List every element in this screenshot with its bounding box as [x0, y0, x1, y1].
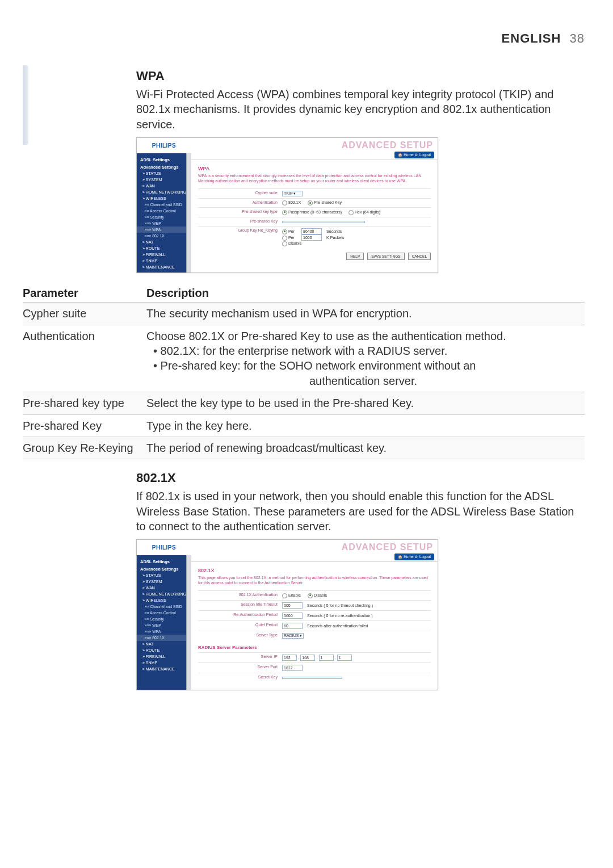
radio-auth-8021x[interactable]: 802.1X: [282, 200, 301, 206]
input-ip-2[interactable]: 168: [300, 655, 315, 661]
input-psk[interactable]: [282, 221, 365, 223]
ss-panel-8021x: 802.1X This page allows you to set the 8…: [191, 562, 438, 689]
ss-panel-desc: WPA is a security enhancement that stron…: [198, 174, 431, 184]
input-ip-4[interactable]: 1: [337, 655, 352, 661]
radio-auth-enable[interactable]: Enable: [282, 593, 301, 598]
nav-wan[interactable]: » WAN: [137, 183, 191, 189]
ss-top-links[interactable]: 🏠 Home ⭘ Logout: [394, 152, 434, 158]
nav-group-adsl[interactable]: ADSL Settings: [137, 557, 191, 565]
nav-status[interactable]: » STATUS: [137, 572, 191, 578]
nav-wep[interactable]: »»» WEP: [137, 220, 191, 227]
lbl-rekey: Group Key Re_Keying: [198, 228, 282, 232]
nav-nat[interactable]: » NAT: [137, 239, 191, 245]
input-idle-timeout[interactable]: 300: [282, 602, 303, 609]
brand-logo: PHILIPS: [137, 138, 191, 153]
page-header: ENGLISH 38: [23, 31, 585, 46]
dot1x-intro: If 802.1x is used in your network, then …: [136, 489, 585, 534]
ss-sidebar: PHILIPS ADSL Settings Advanced Settings …: [137, 138, 191, 272]
input-reauth-period[interactable]: 3600: [282, 613, 303, 619]
input-rekey-seconds[interactable]: 86400: [301, 228, 322, 234]
ss-panel-desc: This page allows you to set the 802.1X, …: [198, 576, 431, 586]
ss-banner: ADVANCED SETUP: [342, 542, 433, 552]
radius-heading: RADIUS Server Parameters: [198, 645, 431, 650]
input-ip-3[interactable]: 1: [319, 655, 334, 661]
nav-channel-ssid[interactable]: »» Channel and SSID: [137, 202, 191, 208]
radio-rekey-packets[interactable]: Per: [282, 236, 295, 241]
table-row: Pre-shared Key Type in the key here.: [23, 414, 585, 437]
nav-access-control[interactable]: »» Access Control: [137, 208, 191, 214]
ss-sidebar: PHILIPS ADSL Settings Advanced Settings …: [137, 540, 191, 689]
nav-wireless[interactable]: » WIRELESS: [137, 597, 191, 603]
nav-8021x[interactable]: »»» 802.1X: [137, 635, 191, 641]
lbl-server-type: Server Type: [198, 633, 282, 637]
nav-route[interactable]: » ROUTE: [137, 245, 191, 251]
help-button[interactable]: HELP: [346, 253, 364, 260]
nav-security[interactable]: »» Security: [137, 214, 191, 220]
th-description: Description: [146, 284, 585, 303]
radio-auth-psk[interactable]: Pre-shared Key: [308, 200, 342, 206]
nav-status[interactable]: » STATUS: [137, 170, 191, 177]
nav-system[interactable]: » SYSTEM: [137, 177, 191, 183]
select-server-type[interactable]: RADIUS ▾: [282, 633, 304, 639]
cell-param: Pre-shared Key: [23, 414, 146, 437]
ss-panel-title: 802.1X: [198, 568, 431, 573]
nav-wpa[interactable]: »»» WPA: [137, 227, 191, 233]
cell-param: Authentication: [23, 325, 146, 392]
cell-param: Cypher suite: [23, 303, 146, 325]
unit-quiet: Seconds after authentication failed: [307, 624, 368, 628]
nav-nat[interactable]: » NAT: [137, 641, 191, 647]
table-row: Cypher suite The security mechanism used…: [23, 303, 585, 325]
input-server-port[interactable]: 1812: [282, 665, 303, 671]
unit-reauth: Seconds ( 0 for no re-authentication ): [307, 614, 373, 618]
radio-auth-disable[interactable]: Disable: [308, 593, 327, 598]
nav-home-net[interactable]: » HOME NETWORKING: [137, 591, 191, 597]
select-cypher-suite[interactable]: TKIP ▾: [282, 191, 303, 196]
ss-nav-scroll[interactable]: ADSL Settings Advanced Settings » STATUS…: [137, 555, 191, 689]
parameter-table: Parameter Description Cypher suite The s…: [23, 284, 585, 459]
nav-access-control[interactable]: »» Access Control: [137, 610, 191, 616]
lbl-authentication: Authentication: [198, 200, 282, 204]
nav-snmp[interactable]: » SNMP: [137, 258, 191, 264]
lbl-idle-timeout: Session Idle Timeout: [198, 602, 282, 606]
nav-wpa[interactable]: »»» WPA: [137, 628, 191, 635]
nav-maintenance[interactable]: » MAINTENANCE: [137, 264, 191, 270]
radio-rekey-seconds[interactable]: Per: [282, 229, 295, 234]
nav-system[interactable]: » SYSTEM: [137, 578, 191, 585]
nav-channel-ssid[interactable]: »» Channel and SSID: [137, 603, 191, 610]
ss-nav-scroll[interactable]: ADSL Settings Advanced Settings » STATUS…: [137, 153, 191, 272]
wpa-screenshot: PHILIPS ADSL Settings Advanced Settings …: [136, 137, 438, 273]
table-row: Group Key Re-Keying The period of renewi…: [23, 437, 585, 459]
dot1x-heading: 802.1X: [136, 471, 585, 485]
cancel-button[interactable]: CANCEL: [408, 253, 431, 260]
nav-group-adsl[interactable]: ADSL Settings: [137, 156, 191, 163]
input-secret-key[interactable]: [282, 677, 342, 679]
radio-rekey-disable[interactable]: Disable: [282, 241, 301, 246]
input-quiet-period[interactable]: 60: [282, 623, 303, 629]
nav-firewall[interactable]: » FIREWALL: [137, 251, 191, 258]
dot1x-screenshot: PHILIPS ADSL Settings Advanced Settings …: [136, 539, 438, 690]
lbl-cypher-suite: Cypher suite: [198, 191, 282, 195]
radio-psk-passphrase[interactable]: Passphrase (8~63 characters): [282, 210, 342, 215]
input-ip-1[interactable]: 192: [282, 655, 297, 661]
nav-group-advanced[interactable]: Advanced Settings: [137, 565, 191, 572]
nav-maintenance[interactable]: » MAINTENANCE: [137, 666, 191, 672]
nav-route[interactable]: » ROUTE: [137, 647, 191, 653]
nav-firewall[interactable]: » FIREWALL: [137, 653, 191, 660]
ss-top-links[interactable]: 🏠 Home ⭘ Logout: [394, 553, 434, 560]
nav-wan[interactable]: » WAN: [137, 585, 191, 591]
nav-8021x[interactable]: »»» 802.1X: [137, 233, 191, 239]
input-rekey-packets[interactable]: 1000: [301, 234, 322, 241]
table-row: Authentication Choose 802.1X or Pre-shar…: [23, 325, 585, 392]
nav-security[interactable]: »» Security: [137, 616, 191, 622]
nav-group-advanced[interactable]: Advanced Settings: [137, 163, 191, 170]
nav-home-net[interactable]: » HOME NETWORKING: [137, 189, 191, 195]
lbl-reauth-period: Re-Authentication Period: [198, 613, 282, 617]
nav-wireless[interactable]: » WIRELESS: [137, 195, 191, 202]
lbl-psk-type: Pre-shared key type: [198, 209, 282, 213]
nav-wep[interactable]: »»» WEP: [137, 622, 191, 628]
radio-psk-hex[interactable]: Hex (64 digits): [349, 210, 380, 215]
cell-param: Pre-shared key type: [23, 392, 146, 414]
nav-snmp[interactable]: » SNMP: [137, 660, 191, 666]
unit-idle: Seconds ( 0 for no timeout checking ): [307, 603, 373, 607]
save-settings-button[interactable]: SAVE SETTINGS: [367, 253, 404, 260]
